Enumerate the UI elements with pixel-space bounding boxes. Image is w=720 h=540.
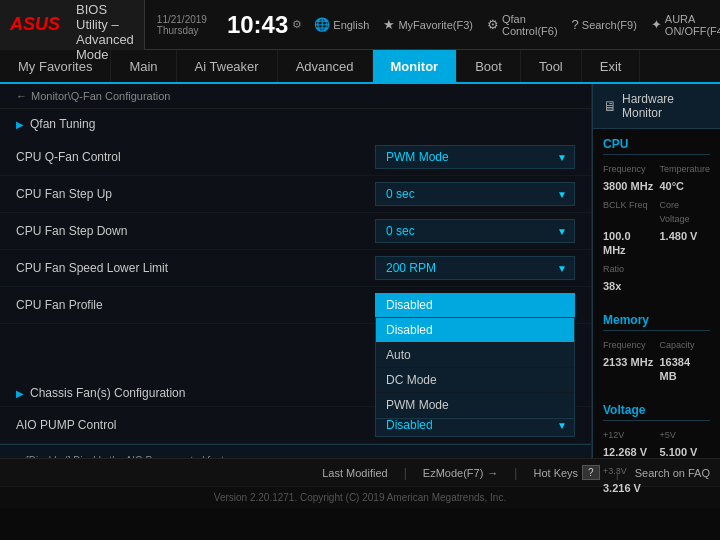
separator-3: | — [616, 466, 619, 480]
cpu-corevoltage-label: Core Voltage — [659, 197, 710, 225]
cpu-fan-step-up-row: CPU Fan Step Up 0 sec ▼ — [0, 176, 591, 213]
v5-label: +5V — [660, 427, 711, 441]
nav-ai-tweaker[interactable]: Ai Tweaker — [177, 50, 278, 82]
qfan-label: Qfan Control(F6) — [502, 13, 558, 37]
separator-2: | — [514, 466, 517, 480]
aura-icon: ✦ — [651, 17, 662, 32]
cpu-temperature-label: Temperature — [659, 161, 710, 175]
cpu-fan-profile-label: CPU Fan Profile — [16, 298, 375, 312]
voltage-section-title: Voltage — [603, 403, 710, 421]
cpu-frequency-value: 3800 MHz — [603, 179, 653, 193]
mem-cap-value: 16384 MB — [660, 355, 711, 383]
nav-bar: My Favorites Main Ai Tweaker Advanced Mo… — [0, 50, 720, 84]
hot-keys-item[interactable]: Hot Keys ? — [533, 465, 599, 480]
cpu-fan-speed-lower-dropdown-wrapper: 200 RPM ▼ — [375, 256, 575, 280]
cpu-corevoltage-value: 1.480 V — [659, 229, 710, 257]
settings-gear-icon[interactable]: ⚙ — [292, 18, 302, 31]
aura-button[interactable]: ✦ AURA ON/OFF(F4) — [651, 13, 720, 37]
info-text: [Disabled] Disable the AIO Pump control … — [26, 453, 432, 458]
fan-profile-option-dc[interactable]: DC Mode — [376, 368, 574, 393]
cpu-fan-profile-dropdown: Disabled Disabled Auto DC Mode PWM Mode — [375, 293, 575, 317]
myfavorite-button[interactable]: ★ MyFavorite(F3) — [383, 17, 473, 32]
breadcrumb-arrow[interactable]: ← — [16, 90, 27, 102]
english-label: English — [333, 19, 369, 31]
cpu-fan-step-down-select[interactable]: 0 sec — [375, 219, 575, 243]
settings-table: CPU Q-Fan Control PWM Mode ▼ CPU Fan Ste… — [0, 139, 591, 324]
right-panel: 🖥 Hardware Monitor CPU Frequency Tempera… — [592, 84, 720, 458]
nav-monitor[interactable]: Monitor — [373, 50, 458, 82]
last-modified-item: Last Modified — [322, 467, 387, 479]
fan-profile-option-pwm[interactable]: PWM Mode — [376, 393, 574, 418]
qfan-section-header[interactable]: ▶ Qfan Tuning — [0, 109, 591, 139]
qfan-section-label: Qfan Tuning — [30, 117, 95, 131]
info-box: ℹ [Disabled] Disable the AIO Pump contro… — [0, 444, 591, 458]
cpu-fan-step-down-dropdown-wrapper: 0 sec ▼ — [375, 219, 575, 243]
nav-my-favorites[interactable]: My Favorites — [0, 50, 111, 82]
star-icon: ★ — [383, 17, 395, 32]
cpu-fan-step-up-dropdown-wrapper: 0 sec ▼ — [375, 182, 575, 206]
hardware-monitor-label: Hardware Monitor — [622, 92, 710, 120]
fan-profile-option-disabled[interactable]: Disabled — [376, 318, 574, 343]
memory-section-title: Memory — [603, 313, 710, 331]
time-display: 10:43 — [227, 11, 288, 39]
cpu-fan-step-down-row: CPU Fan Step Down 0 sec ▼ — [0, 213, 591, 250]
cpu-fan-step-down-label: CPU Fan Step Down — [16, 224, 375, 238]
cpu-qfan-select[interactable]: PWM Mode — [375, 145, 575, 169]
v12-value: 12.268 V — [603, 445, 654, 459]
cpu-qfan-row: CPU Q-Fan Control PWM Mode ▼ — [0, 139, 591, 176]
cpu-qfan-dropdown-wrapper: PWM Mode ▼ — [375, 145, 575, 169]
mem-freq-value: 2133 MHz — [603, 355, 654, 383]
breadcrumb: ← Monitor\Q-Fan Configuration — [0, 84, 591, 109]
cpu-fan-profile-selected[interactable]: Disabled — [375, 293, 575, 317]
cpu-frequency-label: Frequency — [603, 161, 653, 175]
nav-exit[interactable]: Exit — [582, 50, 641, 82]
fan-profile-option-auto[interactable]: Auto — [376, 343, 574, 368]
english-button[interactable]: 🌐 English — [314, 17, 369, 32]
search-icon: ? — [572, 17, 579, 32]
search-faq-label: Search on FAQ — [635, 467, 710, 479]
cpu-fan-step-up-select[interactable]: 0 sec — [375, 182, 575, 206]
aio-pump-label: AIO PUMP Control — [16, 418, 375, 432]
cpu-ratio-value: 38x — [603, 279, 710, 293]
cpu-fan-profile-row: CPU Fan Profile Disabled Disabled Auto D… — [0, 287, 591, 324]
info-icon: ℹ — [12, 455, 18, 458]
mem-freq-label: Frequency — [603, 337, 654, 351]
cpu-fan-profile-options: Disabled Auto DC Mode PWM Mode — [375, 317, 575, 419]
hardware-monitor-title: 🖥 Hardware Monitor — [593, 84, 720, 129]
asus-logo: ASUS — [10, 14, 60, 35]
nav-boot[interactable]: Boot — [457, 50, 521, 82]
nav-main[interactable]: Main — [111, 50, 176, 82]
voltage-section: Voltage +12V +5V 12.268 V 5.100 V +3.3V … — [593, 395, 720, 507]
cpu-section-title: CPU — [603, 137, 710, 155]
mem-cap-label: Capacity — [660, 337, 711, 351]
language-icon: 🌐 — [314, 17, 330, 32]
v5-value: 5.100 V — [660, 445, 711, 459]
separator-1: | — [404, 466, 407, 480]
qfan-arrow-icon: ▶ — [16, 119, 24, 130]
monitor-icon: 🖥 — [603, 98, 617, 114]
qfan-button[interactable]: ⚙ Qfan Control(F6) — [487, 13, 558, 37]
last-modified-label: Last Modified — [322, 467, 387, 479]
aura-label: AURA ON/OFF(F4) — [665, 13, 720, 37]
v33-value: 3.216 V — [603, 481, 710, 495]
ez-mode-arrow-icon: → — [487, 467, 498, 479]
search-faq-button[interactable]: Search on FAQ — [635, 467, 710, 479]
nav-advanced[interactable]: Advanced — [278, 50, 373, 82]
ez-mode-button[interactable]: EzMode(F7) → — [423, 467, 499, 479]
myfavorite-label: MyFavorite(F3) — [398, 19, 473, 31]
search-label: Search(F9) — [582, 19, 637, 31]
date-display: 11/21/2019Thursday — [157, 14, 207, 36]
nav-tool[interactable]: Tool — [521, 50, 582, 82]
cpu-temperature-value: 40°C — [659, 179, 710, 193]
footer-text: Version 2.20.1271. Copyright (C) 2019 Am… — [214, 492, 506, 503]
cpu-bclk-value: 100.0 MHz — [603, 229, 653, 257]
qfan-icon: ⚙ — [487, 17, 499, 32]
cpu-fan-speed-lower-label: CPU Fan Speed Lower Limit — [16, 261, 375, 275]
hot-keys-badge: ? — [582, 465, 600, 480]
cpu-fan-speed-lower-row: CPU Fan Speed Lower Limit 200 RPM ▼ — [0, 250, 591, 287]
search-button[interactable]: ? Search(F9) — [572, 17, 637, 32]
cpu-fan-speed-lower-select[interactable]: 200 RPM — [375, 256, 575, 280]
cpu-section: CPU Frequency Temperature 3800 MHz 40°C … — [593, 129, 720, 305]
cpu-ratio-label: Ratio — [603, 261, 710, 275]
left-panel: ← Monitor\Q-Fan Configuration ▶ Qfan Tun… — [0, 84, 592, 458]
